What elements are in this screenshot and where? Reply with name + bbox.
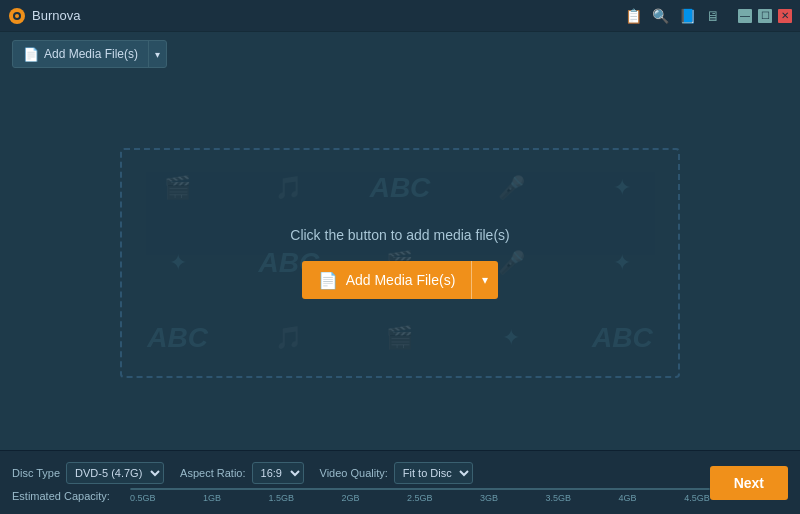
title-bar: Burnova 📋 🔍 📘 🖥 — ☐ ✕ [0,0,800,32]
add-file-icon: 📄 [23,47,39,62]
arrow-icon: ▾ [155,49,160,60]
tick-3: 2GB [342,493,360,503]
video-quality-label: Video Quality: [320,467,388,479]
center-arrow-icon: ▾ [482,273,488,287]
bottom-main-row: Disc Type DVD-5 (4.7G) DVD-9 (8.5G) BD-2… [12,462,788,503]
capacity-row: Estimated Capacity: 0.5GB 1GB 1.5GB 2GB … [12,488,710,503]
disc-type-select[interactable]: DVD-5 (4.7G) DVD-9 (8.5G) BD-25 BD-50 [66,462,164,484]
disc-type-label: Disc Type [12,467,60,479]
wm-icon-9: ✦ [567,225,678,300]
tick-6: 3.5GB [546,493,572,503]
capacity-label: Estimated Capacity: [12,490,122,502]
svg-point-2 [15,14,19,18]
wm-icon-12: 🎬 [344,301,455,376]
tick-5: 3GB [480,493,498,503]
disc-type-group: Disc Type DVD-5 (4.7G) DVD-9 (8.5G) BD-2… [12,462,164,484]
bottom-controls: Disc Type DVD-5 (4.7G) DVD-9 (8.5G) BD-2… [12,462,710,484]
bottom-bar: Disc Type DVD-5 (4.7G) DVD-9 (8.5G) BD-2… [0,450,800,514]
toolbar: 📄 Add Media File(s) ▾ [0,32,800,76]
drop-zone-hint: Click the button to add media file(s) [290,227,509,243]
next-button[interactable]: Next [710,466,788,500]
aspect-ratio-label: Aspect Ratio: [180,467,245,479]
tick-4: 2.5GB [407,493,433,503]
add-media-top-button[interactable]: 📄 Add Media File(s) ▾ [12,40,167,68]
add-media-center-label: Add Media File(s) [346,272,456,288]
add-media-top-label: Add Media File(s) [44,47,138,61]
app-title: Burnova [32,8,80,23]
close-button[interactable]: ✕ [778,9,792,23]
main-content: 🎬 🎵 ABC 🎤 ✦ ✦ ABC 🎬 🎤 ✦ ABC 🎵 🎬 ✦ ABC Cl… [0,76,800,450]
title-icons: 📋 🔍 📘 🖥 — ☐ ✕ [625,8,792,24]
add-media-top-arrow[interactable]: ▾ [148,41,166,67]
wm-icon-3: 🎤 [456,150,567,225]
wm-icon-13: ✦ [456,301,567,376]
wm-icon-10: ABC [122,301,233,376]
drop-zone: 🎬 🎵 ABC 🎤 ✦ ✦ ABC 🎬 🎤 ✦ ABC 🎵 🎬 ✦ ABC Cl… [120,148,680,378]
title-left: Burnova [8,7,80,25]
add-file-center-icon: 📄 [318,271,338,290]
video-quality-group: Video Quality: Fit to Disc High Medium L… [320,462,473,484]
wm-icon-0: 🎬 [122,150,233,225]
minimize-button[interactable]: — [738,9,752,23]
tick-8: 4.5GB [684,493,710,503]
bottom-left: Disc Type DVD-5 (4.7G) DVD-9 (8.5G) BD-2… [12,462,710,503]
capacity-ticks: 0.5GB 1GB 1.5GB 2GB 2.5GB 3GB 3.5GB 4GB … [130,493,710,503]
app-logo-icon [8,7,26,25]
wm-icon-14: ABC [567,301,678,376]
wm-icon-2: ABC [344,150,455,225]
add-media-top-main[interactable]: 📄 Add Media File(s) [13,41,148,67]
capacity-bar [130,488,710,490]
wm-icon-5: ✦ [122,225,233,300]
copy-icon[interactable]: 📋 [625,8,642,24]
add-media-center-arrow[interactable]: ▾ [471,261,498,299]
window-controls: — ☐ ✕ [738,9,792,23]
wm-icon-4: ✦ [567,150,678,225]
search-icon[interactable]: 🔍 [652,8,669,24]
tick-7: 4GB [619,493,637,503]
tick-2: 1.5GB [269,493,295,503]
wm-icon-1: 🎵 [233,150,344,225]
tick-0: 0.5GB [130,493,156,503]
tick-1: 1GB [203,493,221,503]
video-quality-select[interactable]: Fit to Disc High Medium Low [394,462,473,484]
maximize-button[interactable]: ☐ [758,9,772,23]
facebook-icon[interactable]: 📘 [679,8,696,24]
wm-icon-11: 🎵 [233,301,344,376]
add-media-center-main[interactable]: 📄 Add Media File(s) [302,261,472,299]
aspect-ratio-select[interactable]: 16:9 4:3 [252,462,304,484]
add-media-center-button[interactable]: 📄 Add Media File(s) ▾ [302,261,499,299]
aspect-ratio-group: Aspect Ratio: 16:9 4:3 [180,462,303,484]
monitor-icon[interactable]: 🖥 [706,8,720,24]
